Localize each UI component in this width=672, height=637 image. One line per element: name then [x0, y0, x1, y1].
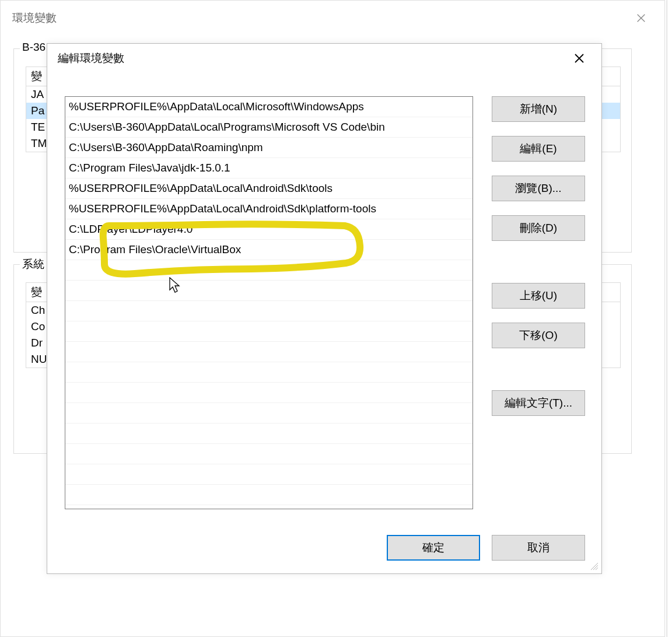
list-item[interactable]: C:\Program Files\Oracle\VirtualBox — [65, 240, 473, 260]
user-variables-legend: B-36 — [20, 41, 48, 54]
list-item[interactable]: %USERPROFILE%\AppData\Local\Android\Sdk\… — [65, 178, 473, 199]
list-item[interactable] — [65, 342, 473, 362]
browse-button[interactable]: 瀏覽(B)... — [492, 176, 585, 201]
list-item[interactable] — [65, 321, 473, 342]
cancel-button[interactable]: 取消 — [492, 535, 585, 561]
list-item[interactable] — [65, 403, 473, 424]
edit-text-button[interactable]: 編輯文字(T)... — [492, 390, 585, 416]
edit-button[interactable]: 編輯(E) — [492, 136, 585, 162]
inner-dialog-title: 編輯環境變數 — [58, 51, 124, 66]
list-item[interactable] — [65, 301, 473, 321]
close-icon[interactable] — [568, 47, 591, 70]
outer-titlebar: 環境變數 — [1, 1, 664, 36]
svg-line-5 — [593, 565, 598, 570]
list-item[interactable] — [65, 444, 473, 464]
close-icon[interactable] — [629, 6, 653, 30]
edit-environment-variable-dialog: 編輯環境變數 %USERPROFILE%\AppData\Local\Micro… — [47, 43, 602, 574]
right-edge-panel — [667, 0, 672, 637]
list-item[interactable]: C:\Users\B-360\AppData\Local\Programs\Mi… — [65, 117, 473, 138]
side-buttons: 新增(N) 編輯(E) 瀏覽(B)... 刪除(D) 上移(U) 下移(O) 編… — [492, 96, 585, 416]
list-item[interactable]: C:\Users\B-360\AppData\Roaming\npm — [65, 138, 473, 158]
list-item[interactable] — [65, 260, 473, 281]
list-item[interactable]: %USERPROFILE%\AppData\Local\Microsoft\Wi… — [65, 97, 473, 117]
list-item[interactable] — [65, 362, 473, 383]
move-up-button[interactable]: 上移(U) — [492, 283, 585, 309]
list-item[interactable] — [65, 485, 473, 505]
list-item[interactable] — [65, 383, 473, 403]
svg-line-6 — [596, 568, 598, 570]
resize-grip-icon[interactable] — [589, 561, 599, 571]
ok-button[interactable]: 確定 — [387, 535, 480, 561]
list-item[interactable] — [65, 281, 473, 301]
outer-dialog-title: 環境變數 — [12, 10, 57, 26]
list-item[interactable]: C:\Program Files\Java\jdk-15.0.1 — [65, 158, 473, 178]
list-item[interactable]: C:\LDPlayer\LDPlayer4.0 — [65, 219, 473, 240]
path-entries-list[interactable]: %USERPROFILE%\AppData\Local\Microsoft\Wi… — [65, 96, 473, 509]
list-item[interactable] — [65, 464, 473, 485]
new-button[interactable]: 新增(N) — [492, 96, 585, 122]
list-item[interactable]: %USERPROFILE%\AppData\Local\Android\Sdk\… — [65, 199, 473, 219]
bottom-buttons: 確定 取消 — [387, 535, 585, 561]
delete-button[interactable]: 刪除(D) — [492, 215, 585, 241]
list-item[interactable] — [65, 424, 473, 444]
inner-titlebar: 編輯環境變數 — [47, 44, 601, 73]
move-down-button[interactable]: 下移(O) — [492, 323, 585, 348]
system-variables-legend: 系統 — [20, 257, 47, 272]
